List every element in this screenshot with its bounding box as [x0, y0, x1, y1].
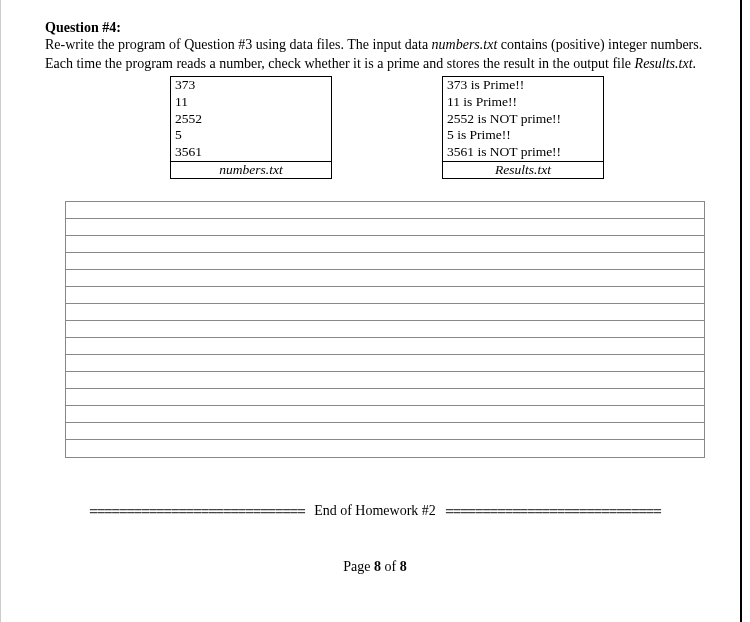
answer-line: [66, 202, 704, 219]
answer-line: [66, 270, 704, 287]
body-post: .: [693, 56, 697, 71]
file2-name: Results.txt: [635, 56, 693, 71]
answer-line: [66, 440, 704, 457]
answer-line: [66, 219, 704, 236]
file-line: 3561 is NOT prime!!: [447, 144, 599, 161]
question-title: Question #4:: [45, 20, 705, 36]
end-dashes-left: =============================: [89, 503, 312, 519]
answer-line: [66, 287, 704, 304]
file-line: 2552 is NOT prime!!: [447, 111, 599, 128]
body-pre: Re-write the program of Question #3 usin…: [45, 37, 432, 52]
answer-line: [66, 406, 704, 423]
answer-line: [66, 236, 704, 253]
answer-line: [66, 355, 704, 372]
file-numbers-content: 373 11 2552 5 3561: [171, 77, 331, 161]
page-footer: Page 8 of 8: [45, 559, 705, 575]
answer-line: [66, 304, 704, 321]
file-line: 11: [175, 94, 327, 111]
end-dashes-right: =============================: [438, 503, 661, 519]
files-row: 373 11 2552 5 3561 numbers.txt 373 is Pr…: [45, 76, 705, 179]
file1-name: numbers.txt: [432, 37, 498, 52]
file-line: 373: [175, 77, 327, 94]
file-results-caption: Results.txt: [443, 161, 603, 178]
file-line: 2552: [175, 111, 327, 128]
end-of-homework: ============================= End of Hom…: [45, 503, 705, 519]
file-line: 5: [175, 127, 327, 144]
file-line: 11 is Prime!!: [447, 94, 599, 111]
file-box-results: 373 is Prime!! 11 is Prime!! 2552 is NOT…: [442, 76, 604, 179]
file-numbers-caption: numbers.txt: [171, 161, 331, 178]
footer-total: 8: [400, 559, 407, 574]
footer-mid: of: [381, 559, 400, 574]
file-box-numbers: 373 11 2552 5 3561 numbers.txt: [170, 76, 332, 179]
file-line: 373 is Prime!!: [447, 77, 599, 94]
end-label: End of Homework #2: [312, 503, 438, 519]
file-line: 3561: [175, 144, 327, 161]
answer-line: [66, 423, 704, 440]
file-results-content: 373 is Prime!! 11 is Prime!! 2552 is NOT…: [443, 77, 603, 161]
answer-line: [66, 372, 704, 389]
question-block: Question #4: Re-write the program of Que…: [45, 20, 705, 74]
file-line: 5 is Prime!!: [447, 127, 599, 144]
answer-line: [66, 338, 704, 355]
footer-pre: Page: [343, 559, 374, 574]
question-body: Re-write the program of Question #3 usin…: [45, 36, 705, 74]
footer-current: 8: [374, 559, 381, 574]
answer-lined-area: [65, 201, 705, 458]
answer-line: [66, 389, 704, 406]
answer-line: [66, 321, 704, 338]
answer-line: [66, 253, 704, 270]
